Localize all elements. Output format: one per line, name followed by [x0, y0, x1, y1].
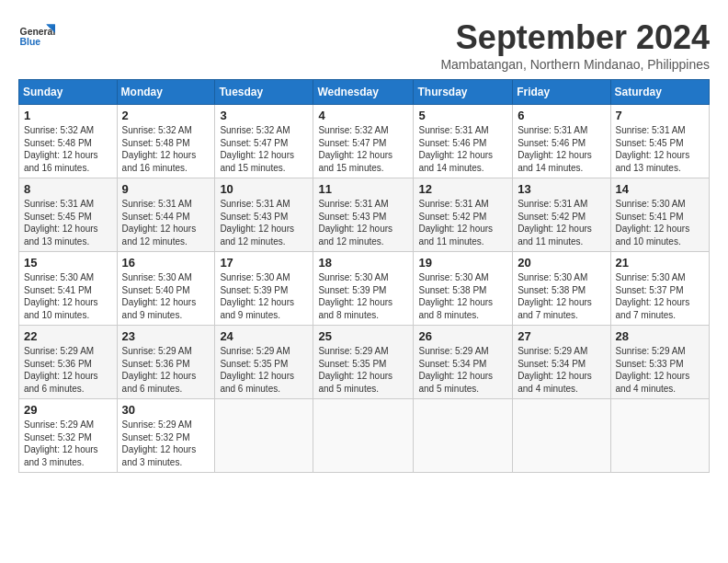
day-header-sunday: Sunday [19, 80, 118, 105]
calendar-cell: 1Sunrise: 5:32 AM Sunset: 5:48 PM Daylig… [19, 105, 118, 178]
day-number: 22 [24, 329, 112, 343]
day-number: 1 [24, 109, 112, 122]
calendar-cell: 29Sunrise: 5:29 AM Sunset: 5:32 PM Dayli… [19, 399, 118, 473]
cell-info: Sunrise: 5:29 AM Sunset: 5:36 PM Dayligh… [122, 345, 210, 395]
cell-info: Sunrise: 5:30 AM Sunset: 5:37 PM Dayligh… [616, 271, 704, 321]
calendar-cell: 6Sunrise: 5:31 AM Sunset: 5:46 PM Daylig… [513, 105, 610, 178]
day-number: 2 [122, 109, 210, 122]
day-number: 9 [122, 182, 210, 196]
cell-info: Sunrise: 5:32 AM Sunset: 5:48 PM Dayligh… [122, 124, 210, 174]
calendar-cell [313, 399, 414, 473]
day-number: 4 [318, 109, 408, 122]
day-number: 11 [318, 182, 408, 196]
cell-info: Sunrise: 5:31 AM Sunset: 5:45 PM Dayligh… [24, 198, 112, 247]
day-number: 14 [616, 182, 704, 196]
day-number: 30 [122, 403, 210, 417]
cell-info: Sunrise: 5:31 AM Sunset: 5:45 PM Dayligh… [616, 124, 704, 174]
day-number: 28 [616, 329, 704, 343]
day-number: 23 [122, 329, 210, 343]
calendar-cell: 8Sunrise: 5:31 AM Sunset: 5:45 PM Daylig… [19, 178, 118, 252]
day-number: 13 [518, 182, 605, 196]
svg-text:Blue: Blue [20, 37, 41, 47]
calendar-cell: 17Sunrise: 5:30 AM Sunset: 5:39 PM Dayli… [215, 252, 313, 326]
cell-info: Sunrise: 5:31 AM Sunset: 5:44 PM Dayligh… [122, 198, 210, 247]
calendar-cell: 28Sunrise: 5:29 AM Sunset: 5:33 PM Dayli… [610, 326, 709, 399]
day-header-monday: Monday [117, 80, 215, 105]
calendar-cell: 23Sunrise: 5:29 AM Sunset: 5:36 PM Dayli… [117, 326, 215, 399]
calendar-cell: 5Sunrise: 5:31 AM Sunset: 5:46 PM Daylig… [414, 105, 513, 178]
cell-info: Sunrise: 5:30 AM Sunset: 5:41 PM Dayligh… [24, 271, 112, 321]
day-number: 8 [24, 182, 112, 196]
cell-info: Sunrise: 5:31 AM Sunset: 5:42 PM Dayligh… [418, 198, 507, 247]
calendar-cell: 9Sunrise: 5:31 AM Sunset: 5:44 PM Daylig… [117, 178, 215, 252]
calendar-cell: 30Sunrise: 5:29 AM Sunset: 5:32 PM Dayli… [117, 399, 215, 473]
cell-info: Sunrise: 5:32 AM Sunset: 5:47 PM Dayligh… [318, 124, 408, 174]
cell-info: Sunrise: 5:29 AM Sunset: 5:32 PM Dayligh… [24, 419, 112, 468]
calendar-cell: 20Sunrise: 5:30 AM Sunset: 5:38 PM Dayli… [513, 252, 610, 326]
cell-info: Sunrise: 5:30 AM Sunset: 5:40 PM Dayligh… [122, 271, 210, 321]
calendar-cell: 19Sunrise: 5:30 AM Sunset: 5:38 PM Dayli… [414, 252, 513, 326]
calendar-cell [610, 399, 709, 473]
day-header-saturday: Saturday [610, 80, 709, 105]
calendar-cell: 3Sunrise: 5:32 AM Sunset: 5:47 PM Daylig… [215, 105, 313, 178]
calendar-cell: 12Sunrise: 5:31 AM Sunset: 5:42 PM Dayli… [414, 178, 513, 252]
day-number: 29 [24, 403, 112, 417]
day-header-tuesday: Tuesday [215, 80, 313, 105]
cell-info: Sunrise: 5:29 AM Sunset: 5:33 PM Dayligh… [616, 345, 704, 395]
cell-info: Sunrise: 5:30 AM Sunset: 5:39 PM Dayligh… [220, 271, 308, 321]
calendar-cell: 18Sunrise: 5:30 AM Sunset: 5:39 PM Dayli… [313, 252, 414, 326]
day-number: 3 [220, 109, 308, 122]
calendar-cell: 2Sunrise: 5:32 AM Sunset: 5:48 PM Daylig… [117, 105, 215, 178]
calendar-cell [215, 399, 313, 473]
calendar-cell: 24Sunrise: 5:29 AM Sunset: 5:35 PM Dayli… [215, 326, 313, 399]
calendar-cell: 10Sunrise: 5:31 AM Sunset: 5:43 PM Dayli… [215, 178, 313, 252]
day-number: 16 [122, 256, 210, 270]
day-number: 21 [616, 256, 704, 270]
cell-info: Sunrise: 5:29 AM Sunset: 5:34 PM Dayligh… [518, 345, 605, 395]
day-number: 12 [418, 182, 507, 196]
day-number: 10 [220, 182, 308, 196]
logo: General Blue [18, 18, 55, 55]
cell-info: Sunrise: 5:29 AM Sunset: 5:32 PM Dayligh… [122, 419, 210, 468]
calendar-cell: 21Sunrise: 5:30 AM Sunset: 5:37 PM Dayli… [610, 252, 709, 326]
calendar-cell [414, 399, 513, 473]
calendar-cell: 4Sunrise: 5:32 AM Sunset: 5:47 PM Daylig… [313, 105, 414, 178]
day-number: 19 [418, 256, 507, 270]
cell-info: Sunrise: 5:31 AM Sunset: 5:43 PM Dayligh… [220, 198, 308, 247]
calendar-cell: 13Sunrise: 5:31 AM Sunset: 5:42 PM Dayli… [513, 178, 610, 252]
cell-info: Sunrise: 5:30 AM Sunset: 5:41 PM Dayligh… [616, 198, 704, 247]
day-header-friday: Friday [513, 80, 610, 105]
cell-info: Sunrise: 5:29 AM Sunset: 5:36 PM Dayligh… [24, 345, 112, 395]
day-header-wednesday: Wednesday [313, 80, 414, 105]
cell-info: Sunrise: 5:31 AM Sunset: 5:46 PM Dayligh… [518, 124, 605, 174]
calendar-cell: 22Sunrise: 5:29 AM Sunset: 5:36 PM Dayli… [19, 326, 118, 399]
cell-info: Sunrise: 5:31 AM Sunset: 5:46 PM Dayligh… [418, 124, 507, 174]
calendar-cell: 14Sunrise: 5:30 AM Sunset: 5:41 PM Dayli… [610, 178, 709, 252]
month-title: September 2024 [440, 18, 710, 57]
cell-info: Sunrise: 5:31 AM Sunset: 5:42 PM Dayligh… [518, 198, 605, 247]
calendar-table: SundayMondayTuesdayWednesdayThursdayFrid… [18, 79, 710, 473]
cell-info: Sunrise: 5:31 AM Sunset: 5:43 PM Dayligh… [318, 198, 408, 247]
cell-info: Sunrise: 5:29 AM Sunset: 5:35 PM Dayligh… [318, 345, 408, 395]
cell-info: Sunrise: 5:30 AM Sunset: 5:39 PM Dayligh… [318, 271, 408, 321]
day-number: 15 [24, 256, 112, 270]
day-number: 6 [518, 109, 605, 122]
calendar-cell: 27Sunrise: 5:29 AM Sunset: 5:34 PM Dayli… [513, 326, 610, 399]
cell-info: Sunrise: 5:32 AM Sunset: 5:47 PM Dayligh… [220, 124, 308, 174]
cell-info: Sunrise: 5:32 AM Sunset: 5:48 PM Dayligh… [24, 124, 112, 174]
svg-text:General: General [20, 27, 55, 37]
calendar-cell: 16Sunrise: 5:30 AM Sunset: 5:40 PM Dayli… [117, 252, 215, 326]
location-title: Mambatangan, Northern Mindanao, Philippi… [440, 57, 710, 72]
day-number: 5 [418, 109, 507, 122]
day-number: 26 [418, 329, 507, 343]
day-number: 18 [318, 256, 408, 270]
day-number: 25 [318, 329, 408, 343]
day-number: 24 [220, 329, 308, 343]
day-number: 20 [518, 256, 605, 270]
calendar-cell: 26Sunrise: 5:29 AM Sunset: 5:34 PM Dayli… [414, 326, 513, 399]
day-number: 27 [518, 329, 605, 343]
cell-info: Sunrise: 5:29 AM Sunset: 5:35 PM Dayligh… [220, 345, 308, 395]
calendar-cell: 25Sunrise: 5:29 AM Sunset: 5:35 PM Dayli… [313, 326, 414, 399]
day-number: 7 [616, 109, 704, 122]
day-number: 17 [220, 256, 308, 270]
